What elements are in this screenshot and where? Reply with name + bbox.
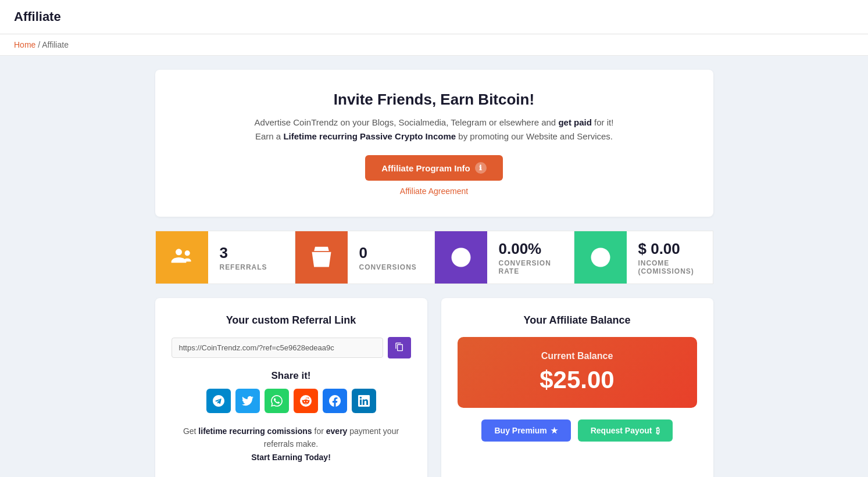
balance-actions: Buy Premium ★ Request Payout ₿: [458, 419, 697, 442]
svg-point-1: [184, 250, 190, 256]
conversion-rate-icon-box: [435, 231, 487, 284]
balance-card-title: Your Affiliate Balance: [458, 314, 697, 327]
share-facebook-button[interactable]: [323, 389, 347, 413]
income-info: $ 0.00 INCOME (COMISSIONS): [627, 240, 713, 275]
referral-link-input[interactable]: [172, 338, 383, 358]
breadcrumb-current: Affiliate: [42, 40, 69, 49]
affiliate-btn-label: Affiliate Program Info: [381, 163, 470, 173]
referral-link-card: Your custom Referral Link Share it!: [155, 298, 427, 477]
hero-desc-part4: by promoting our Website and Services.: [456, 131, 613, 141]
breadcrumb-separator: /: [38, 40, 40, 49]
breadcrumb-home[interactable]: Home: [14, 40, 35, 49]
income-icon: $: [588, 245, 613, 270]
share-reddit-button[interactable]: [294, 389, 318, 413]
share-telegram-button[interactable]: [206, 389, 231, 413]
referrals-value: 3: [220, 244, 283, 262]
buy-premium-label: Buy Premium: [494, 426, 546, 435]
request-payout-label: Request Payout: [591, 426, 652, 435]
hero-desc-bold1: get paid: [558, 117, 592, 127]
page-title: Affiliate: [14, 9, 854, 24]
hero-card: Invite Friends, Earn Bitcoin! Advertise …: [155, 70, 713, 217]
conversion-rate-value: 0.00%: [499, 240, 562, 258]
conversions-icon: [309, 245, 334, 270]
info-icon: ℹ: [475, 162, 487, 174]
stat-referrals: 3 REFERRALS: [155, 231, 295, 284]
conversion-rate-info: 0.00% CONVERSION RATE: [487, 240, 574, 275]
social-buttons: [172, 389, 411, 413]
page-header: Affiliate: [0, 0, 868, 34]
svg-text:$: $: [596, 249, 604, 266]
main-content: Invite Friends, Earn Bitcoin! Advertise …: [0, 56, 868, 477]
affiliate-balance-card: Your Affiliate Balance Current Balance $…: [441, 298, 713, 477]
hero-desc-part3: Earn a: [255, 131, 283, 141]
copy-referral-link-button[interactable]: [388, 337, 411, 358]
footer-bold1: lifetime recurring comissions: [198, 426, 312, 436]
stats-row: 3 REFERRALS 0 CONVERSIONS: [155, 231, 713, 284]
svg-point-0: [176, 249, 182, 255]
income-icon-box: $: [574, 231, 627, 284]
conversions-info: 0 CONVERSIONS: [348, 244, 434, 271]
affiliate-program-info-button[interactable]: Affiliate Program Info ℹ: [365, 155, 503, 181]
share-twitter-button[interactable]: [235, 389, 260, 413]
share-title: Share it!: [172, 370, 411, 382]
footer-bold3: Start Earning Today!: [251, 453, 331, 462]
referrals-info: 3 REFERRALS: [208, 244, 295, 271]
referrals-icon-box: [156, 231, 208, 284]
footer-part2: for: [312, 426, 326, 436]
share-linkedin-button[interactable]: [352, 389, 376, 413]
income-label: INCOME (COMISSIONS): [638, 259, 701, 275]
referral-footer: Get lifetime recurring comissions for ev…: [172, 425, 411, 464]
breadcrumb: Home / Affiliate: [0, 34, 868, 56]
request-payout-button[interactable]: Request Payout ₿: [578, 419, 673, 442]
conversions-label: CONVERSIONS: [359, 263, 423, 271]
hero-description: Advertise CoinTrendz on your Blogs, Soci…: [169, 116, 699, 144]
bottom-grid: Your custom Referral Link Share it!: [155, 298, 713, 477]
hero-desc-part1: Advertise CoinTrendz on your Blogs, Soci…: [255, 117, 559, 127]
referrals-label: REFERRALS: [220, 263, 283, 271]
bitcoin-icon: ₿: [656, 426, 660, 435]
current-balance-label: Current Balance: [469, 351, 685, 361]
stat-conversion-rate: 0.00% CONVERSION RATE: [434, 231, 574, 284]
footer-part1: Get: [183, 426, 198, 436]
income-value: $ 0.00: [638, 240, 701, 258]
current-balance-box: Current Balance $25.00: [458, 337, 697, 408]
current-balance-amount: $25.00: [469, 366, 685, 394]
share-whatsapp-button[interactable]: [265, 389, 289, 413]
stat-conversions: 0 CONVERSIONS: [295, 231, 434, 284]
copy-icon: [395, 343, 404, 353]
hero-desc-part2: for it!: [592, 117, 614, 127]
referrals-icon: [169, 245, 195, 270]
buy-premium-button[interactable]: Buy Premium ★: [481, 419, 570, 442]
referral-link-row: [172, 337, 411, 358]
conversions-value: 0: [359, 244, 423, 262]
conversion-rate-label: CONVERSION RATE: [499, 259, 562, 275]
hero-desc-bold2: Lifetime recurring Passive Crypto Income: [283, 131, 456, 141]
stat-income: $ $ 0.00 INCOME (COMISSIONS): [574, 231, 713, 284]
conversion-rate-icon: [448, 245, 474, 270]
referral-card-title: Your custom Referral Link: [172, 314, 411, 327]
conversions-icon-box: [295, 231, 348, 284]
affiliate-agreement-link[interactable]: Affiliate Agreement: [169, 187, 699, 196]
hero-title: Invite Friends, Earn Bitcoin!: [169, 91, 699, 109]
star-icon: ★: [551, 426, 558, 435]
footer-bold2: every: [326, 426, 348, 436]
